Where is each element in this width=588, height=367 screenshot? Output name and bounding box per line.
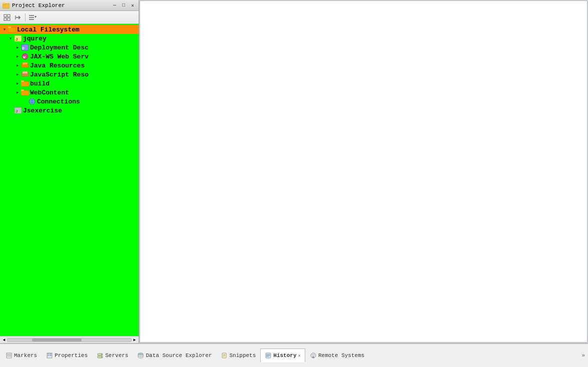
svg-rect-6 — [8, 18, 10, 20]
connections-icon — [28, 98, 36, 106]
tree-item-jsexercise[interactable]: J Jsexercise — [0, 106, 139, 115]
tab-remote[interactable]: Remote Systems — [305, 348, 369, 362]
scroll-left-arrow[interactable]: ◀ — [1, 337, 7, 343]
history-icon — [265, 352, 272, 359]
scrollbar-thumb[interactable] — [32, 338, 82, 342]
bottom-tabs: Markers Properties — [0, 344, 588, 367]
scrollbar-track[interactable] — [7, 338, 132, 342]
tab-snippets-label: Snippets — [229, 352, 256, 358]
webcontent-icon — [21, 88, 29, 96]
tab-markers-label: Markers — [14, 352, 37, 358]
tree-item-local-filesystem[interactable]: Local Filesystem — [0, 25, 139, 34]
tree-item-label: Jsexercise — [23, 107, 62, 114]
panel-scrollbar[interactable]: ◀ ▶ — [0, 336, 139, 343]
panel-icon — [2, 2, 10, 10]
svg-rect-23 — [21, 82, 29, 86]
svg-rect-4 — [8, 14, 10, 17]
svg-rect-7 — [29, 15, 34, 16]
tab-history[interactable]: History ✕ — [260, 348, 305, 362]
view-menu-button[interactable] — [28, 12, 38, 22]
scroll-right-arrow[interactable]: ▶ — [132, 337, 138, 343]
expand-icon — [21, 98, 28, 105]
java-resources-icon — [21, 62, 29, 70]
expand-icon — [14, 44, 21, 51]
svg-rect-26 — [21, 90, 24, 91]
maximize-button[interactable]: □ — [120, 2, 128, 10]
svg-rect-34 — [7, 353, 12, 358]
tab-markers[interactable]: Markers — [1, 348, 42, 362]
tree-item-webcontent[interactable]: WebContent — [0, 88, 139, 97]
tab-history-label: History — [273, 352, 296, 358]
svg-rect-20 — [23, 62, 28, 64]
tab-properties-label: Properties — [55, 352, 88, 358]
expand-icon — [14, 62, 21, 69]
svg-rect-12 — [8, 26, 11, 28]
expand-icon — [1, 26, 8, 33]
build-folder-icon — [21, 80, 29, 88]
minimize-button[interactable]: — — [111, 2, 119, 10]
panel-titlebar: Project Explorer — □ ✕ — [0, 0, 139, 11]
tree-item-label: Deployment Desc — [30, 44, 89, 52]
tree-item-build[interactable]: build — [0, 79, 139, 88]
svg-point-46 — [138, 353, 143, 355]
expand-icon — [7, 35, 14, 42]
tab-properties[interactable]: Properties — [42, 348, 92, 362]
tree-item-label: JavaScript Reso — [30, 71, 89, 78]
main-area: Project Explorer — □ ✕ — [0, 0, 588, 343]
expand-icon — [14, 80, 21, 87]
tree-item-connections[interactable]: Connections — [0, 97, 139, 106]
tree-item-label: Connections — [37, 98, 80, 106]
collapse-all-button[interactable] — [2, 12, 12, 22]
tab-remote-label: Remote Systems — [318, 352, 364, 358]
svg-point-44 — [101, 354, 102, 355]
tab-datasource-label: Data Source Explorer — [146, 352, 212, 358]
project-explorer-panel: Project Explorer — □ ✕ — [0, 0, 139, 343]
tab-history-close[interactable]: ✕ — [298, 353, 301, 358]
expand-icon — [7, 107, 14, 114]
expand-icon — [14, 53, 21, 60]
jsexercise-icon: J — [14, 106, 22, 114]
panel-toolbar — [0, 11, 139, 24]
tree-item-jaxws[interactable]: W JAX-WS Web Serv — [0, 52, 139, 61]
svg-rect-8 — [29, 17, 34, 18]
markers-icon — [6, 352, 13, 359]
toolbar-separator — [25, 14, 26, 22]
svg-rect-3 — [4, 14, 7, 17]
tree-item-label: Java Resources — [30, 62, 85, 70]
svg-rect-5 — [4, 18, 7, 20]
tab-datasource[interactable]: Data Source Explorer — [133, 348, 216, 362]
tab-servers-label: Servers — [105, 352, 128, 358]
link-with-editor-button[interactable] — [13, 12, 23, 22]
tree-item-jqurey[interactable]: J jqurey — [0, 34, 139, 43]
tree-item-deployment[interactable]: D Deployment Desc — [0, 43, 139, 52]
svg-rect-22 — [23, 72, 28, 74]
tab-snippets[interactable]: Snippets — [216, 348, 260, 362]
datasource-icon — [137, 352, 144, 359]
svg-rect-11 — [8, 28, 16, 32]
panel-close-button[interactable]: ✕ — [129, 2, 137, 10]
svg-rect-25 — [21, 90, 29, 96]
js-resources-icon — [21, 70, 29, 78]
tree-item-java-resources[interactable]: Java Resources — [0, 61, 139, 70]
titlebar-right: — □ ✕ — [111, 2, 137, 10]
tab-servers[interactable]: Servers — [92, 348, 133, 362]
panel-title: Project Explorer — [12, 2, 65, 8]
svg-point-45 — [101, 356, 102, 358]
editor-content[interactable] — [140, 0, 587, 342]
svg-text:D: D — [22, 46, 25, 50]
descriptor-icon: D — [21, 44, 29, 52]
expand-icon — [14, 71, 21, 78]
tree-item-label: JAX-WS Web Serv — [30, 53, 89, 60]
project-icon: J — [14, 34, 22, 42]
tree-item-js-resources[interactable]: JavaScript Reso — [0, 70, 139, 79]
tree-content[interactable]: Local Filesystem J jqurey — [0, 24, 139, 336]
tree-item-label: WebContent — [30, 89, 69, 96]
expand-icon — [14, 89, 21, 96]
tabs-overflow-arrow[interactable]: » — [579, 352, 587, 358]
remote-icon — [310, 352, 317, 359]
servers-icon — [97, 352, 104, 359]
jaxws-icon: W — [21, 52, 29, 60]
svg-marker-10 — [35, 16, 37, 18]
tree-item-label: jqurey — [23, 35, 47, 42]
svg-text:W: W — [23, 55, 26, 60]
